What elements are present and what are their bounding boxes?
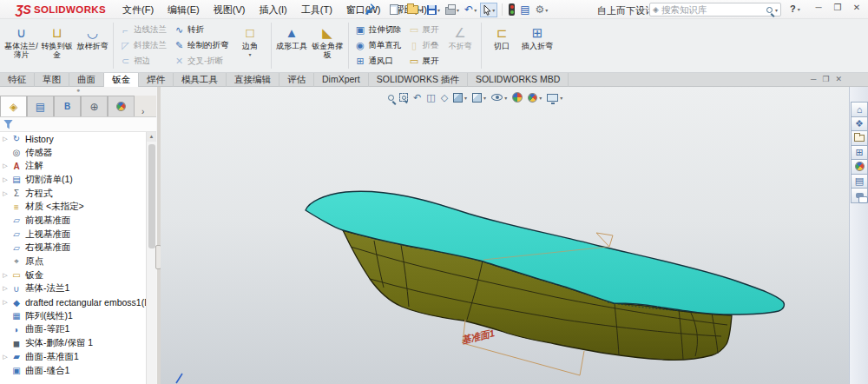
display-style-button[interactable]: ▾ [472, 93, 486, 103]
tab-direct-editing[interactable]: 直接编辑 [227, 73, 279, 87]
expand-arrow-icon[interactable]: ▷ [0, 136, 10, 142]
expand-arrow-icon[interactable]: ▷ [0, 190, 10, 197]
jog-button[interactable]: ∿ 转折 [170, 23, 233, 37]
sketched-bend-button[interactable]: ✎ 绘制的折弯 [170, 38, 233, 53]
tab-dimxpert-manager[interactable]: ⊕ [81, 96, 108, 116]
search-input[interactable] [661, 4, 764, 15]
window-restore-button[interactable]: ❐ [832, 3, 844, 12]
tree-item-origin[interactable]: ⌖原点 [0, 255, 146, 268]
3d-drawing-view-button[interactable]: ◇ [441, 92, 448, 103]
expand-arrow-icon[interactable]: ▷ [0, 285, 10, 292]
tree-item-drafted-emboss[interactable]: ▷◆drafted rectangular emboss1(D [0, 295, 146, 309]
help-button[interactable]: ? [790, 3, 796, 14]
sheetmetal-gusset-button[interactable]: ◣ 钣金角撑板 [310, 21, 345, 70]
tree-item-surface-plane[interactable]: ▷▰曲面-基准面1 [0, 350, 146, 364]
scroll-up-arrow-icon[interactable]: ▲ [147, 132, 156, 142]
document-restore-button[interactable]: ❐ [822, 75, 829, 83]
tab-display-manager[interactable] [108, 96, 135, 116]
flatten-button[interactable]: ▭ 展开 [405, 54, 443, 69]
tree-item-linear-pattern[interactable]: ▦阵列(线性)1 [0, 309, 146, 323]
zoom-to-area-button[interactable] [399, 93, 408, 102]
tab-surfaces[interactable]: 曲面 [69, 73, 104, 87]
save-button[interactable]: ▾ [425, 3, 442, 17]
tab-mold-tools[interactable]: 模具工具 [174, 73, 227, 87]
model-canvas[interactable]: 基准面1 [161, 87, 849, 384]
document-close-button[interactable]: ✕ [835, 75, 842, 83]
tree-item-sensors[interactable]: ◎传感器 [0, 146, 146, 160]
rip-button[interactable]: ⊏ 切口 [484, 21, 520, 70]
tree-item-right-plane[interactable]: ▱右视基准面 [0, 242, 146, 255]
scrollbar-thumb[interactable] [148, 144, 155, 248]
new-document-button[interactable]: ▾ [388, 3, 404, 17]
tree-item-annotations[interactable]: ▷A注解 [0, 159, 146, 173]
panel-tabs-overflow-button[interactable]: › [141, 107, 144, 116]
vent-button[interactable]: ⊞ 通风口 [352, 54, 405, 69]
graphics-viewport[interactable]: 基准面1 ↶ ◫ ◇ ▾ ▾ ▾ ▾ ▾ [161, 87, 849, 384]
taskpane-custom-properties-button[interactable]: ▤ [851, 174, 868, 189]
edit-appearance-button[interactable] [512, 92, 523, 103]
previous-view-button[interactable]: ↶ [413, 92, 421, 103]
insert-bends-button[interactable]: ⊞ 插入折弯 [520, 21, 556, 70]
tree-item-surface-knit[interactable]: ▣曲面-缝合1 [0, 364, 146, 378]
tree-item-surface-offset[interactable]: ◗曲面-等距1 [0, 323, 146, 337]
expand-arrow-icon[interactable]: ▷ [0, 354, 10, 361]
tab-configuration-manager[interactable]: B [54, 96, 81, 116]
file-properties-button[interactable]: ▤ [518, 3, 531, 17]
taskpane-forum-button[interactable] [851, 188, 868, 203]
forming-tool-button[interactable]: ▲ 成形工具 [274, 21, 310, 70]
tree-item-cut-list[interactable]: ▷▤切割清单(1) [0, 173, 146, 187]
plane-label[interactable]: 基准面1 [460, 328, 496, 345]
taskpane-resources-button[interactable]: ❖ [851, 116, 868, 132]
view-settings-button[interactable]: ▾ [547, 94, 562, 102]
taskpane-design-library-button[interactable] [851, 130, 868, 146]
tree-item-equations[interactable]: ▷Σ方程式 [0, 187, 146, 201]
rebuild-button[interactable] [507, 3, 516, 17]
zoom-to-fit-button[interactable] [388, 95, 394, 101]
hide-show-items-button[interactable]: ▾ [491, 94, 507, 101]
view-orientation-button[interactable]: ▾ [453, 93, 467, 103]
extruded-cut-button[interactable]: ▣ 拉伸切除 [352, 23, 405, 37]
menu-tools[interactable]: 工具(T) [294, 0, 339, 18]
apply-scene-button[interactable]: ▾ [528, 93, 542, 103]
tree-filter-bar[interactable] [0, 117, 156, 132]
tab-sheet-metal[interactable]: 钣金 [104, 73, 139, 87]
section-view-button[interactable]: ◫ [426, 92, 435, 103]
corner-button[interactable]: □ 边角 ▾ [233, 21, 268, 70]
tab-property-manager[interactable]: ▤ [27, 96, 54, 116]
taskpane-appearances-button[interactable] [851, 159, 868, 175]
tab-sketch[interactable]: 草图 [35, 73, 69, 87]
tree-item-sheet-metal[interactable]: ▷▭钣金 [0, 268, 146, 282]
simple-hole-button[interactable]: ◉ 简单直孔 [352, 38, 405, 53]
menu-view[interactable]: 视图(V) [207, 0, 253, 18]
document-minimize-button[interactable]: ─ [811, 75, 816, 83]
options-button[interactable]: ⚙▾ [534, 3, 550, 17]
select-tool-button[interactable]: ▾ [480, 3, 497, 17]
undo-button[interactable]: ↶▾ [463, 3, 478, 17]
tab-solidworks-addins[interactable]: SOLIDWORKS 插件 [369, 73, 468, 87]
tree-item-history[interactable]: ▷↻History [0, 132, 146, 146]
base-flange-button[interactable]: ∪ 基体法兰/薄片 [3, 21, 39, 70]
tree-item-top-plane[interactable]: ▱上视基准面 [0, 228, 146, 242]
menu-file[interactable]: 文件(F) [115, 0, 161, 18]
window-minimize-button[interactable]: ─ [812, 3, 825, 12]
search-dropdown-icon[interactable]: ▾ [775, 7, 778, 13]
tab-features[interactable]: 特征 [0, 73, 35, 87]
search-icon[interactable] [766, 7, 773, 13]
lofted-bend-button[interactable]: ◡ 放样折弯 [75, 21, 110, 70]
print-button[interactable]: ▾ [444, 3, 461, 17]
expand-arrow-icon[interactable]: ▷ [0, 176, 10, 183]
panel-splitter-grip[interactable]: ● [0, 87, 156, 96]
taskpane-file-explorer-button[interactable]: ⊞ [851, 145, 868, 161]
pin-menu-icon[interactable] [365, 3, 375, 17]
help-dropdown-icon[interactable]: ▾ [798, 6, 800, 12]
tab-evaluate[interactable]: 评估 [279, 73, 314, 87]
menu-insert[interactable]: 插入(I) [252, 0, 293, 18]
expand-arrow-icon[interactable]: ▷ [0, 272, 10, 279]
menu-edit[interactable]: 编辑(E) [161, 0, 207, 18]
window-close-button[interactable]: ✕ [851, 3, 863, 12]
tree-item-body-delete-keep[interactable]: ◼实体-删除/保留 1 [0, 336, 146, 350]
menu-window[interactable]: 窗口(W) [339, 0, 388, 18]
knowledge-search-box[interactable]: ◈ ▾ [649, 3, 781, 17]
corner-dropdown-icon[interactable]: ▾ [248, 50, 251, 59]
tree-item-material[interactable]: ≡材质 <未指定> [0, 200, 146, 214]
